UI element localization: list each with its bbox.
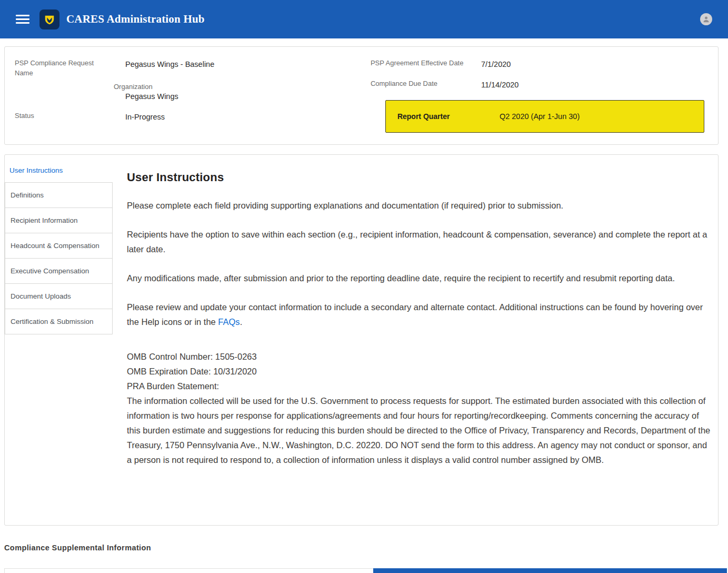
due-date-label: Compliance Due Date <box>371 79 481 90</box>
effective-date-field: PSP Agreement Effective Date 7/1/2020 <box>371 58 704 70</box>
app-logo-icon <box>39 9 59 29</box>
pra-burden-label: PRA Burden Statement: <box>127 379 711 393</box>
nav-item-executive-compensation[interactable]: Executive Compensation <box>5 258 113 284</box>
request-name-label: PSP Compliance Request Name <box>15 58 125 78</box>
hamburger-menu-icon[interactable] <box>16 13 29 26</box>
report-quarter-highlight: Report Quarter Q2 2020 (Apr 1-Jun 30) <box>385 100 704 133</box>
main-panel: User Instructions Definitions Recipient … <box>4 154 719 526</box>
compliance-summary-card: PSP Compliance Request Name Pegasus Wing… <box>4 46 719 145</box>
nav-item-user-instructions[interactable]: User Instructions <box>5 163 113 183</box>
status-value: In-Progress <box>125 111 165 122</box>
supplemental-section-title: Compliance Supplemental Information <box>4 544 728 552</box>
organization-value: Pegasus Wings <box>125 92 353 101</box>
omb-expiration-date: OMB Expiration Date: 10/31/2020 <box>127 364 711 379</box>
instruction-paragraph-1: Please complete each field providing sup… <box>127 198 711 213</box>
paragraph-text-before-link: Please review and update your contact in… <box>127 302 703 327</box>
omb-control-number: OMB Control Number: 1505-0263 <box>127 349 711 364</box>
instruction-paragraph-3: Any modifications made, after submission… <box>127 271 711 285</box>
section-nav: User Instructions Definitions Recipient … <box>5 163 113 334</box>
faqs-link[interactable]: FAQs <box>218 317 240 327</box>
organization-label: Organization <box>114 83 353 91</box>
nav-item-headcount-compensation[interactable]: Headcount & Compensation <box>5 233 113 259</box>
summary-right-column: PSP Agreement Effective Date 7/1/2020 Co… <box>353 58 704 133</box>
partial-section-header-bar <box>373 568 727 573</box>
request-name-field: PSP Compliance Request Name Pegasus Wing… <box>15 58 353 78</box>
effective-date-label: PSP Agreement Effective Date <box>371 58 481 70</box>
summary-left-column: PSP Compliance Request Name Pegasus Wing… <box>15 58 353 133</box>
report-quarter-label: Report Quarter <box>397 112 500 121</box>
pra-burden-text: The information collected will be used f… <box>127 393 711 467</box>
effective-date-value: 7/1/2020 <box>481 58 511 70</box>
nav-item-document-uploads[interactable]: Document Uploads <box>5 283 113 309</box>
nav-item-recipient-information[interactable]: Recipient Information <box>5 208 113 233</box>
status-field: Status In-Progress <box>15 111 353 122</box>
app-header: CARES Administration Hub <box>0 0 728 38</box>
nav-item-certification-submission[interactable]: Certification & Submission <box>5 309 113 334</box>
due-date-value: 11/14/2020 <box>481 79 519 90</box>
report-quarter-value: Q2 2020 (Apr 1-Jun 30) <box>500 112 580 121</box>
organization-field: Organization Pegasus Wings <box>114 83 353 101</box>
instructions-content: User Instructions Please complete each f… <box>127 171 711 467</box>
user-avatar-icon[interactable] <box>700 13 712 25</box>
request-name-value: Pegasus Wings - Baseline <box>125 58 214 78</box>
instruction-paragraph-4: Please review and update your contact in… <box>127 300 711 329</box>
paragraph-text-after-link: . <box>240 317 243 327</box>
partial-next-section <box>4 568 727 573</box>
omb-statement-block: OMB Control Number: 1505-0263 OMB Expira… <box>127 349 711 467</box>
due-date-field: Compliance Due Date 11/14/2020 <box>371 79 704 90</box>
app-title: CARES Administration Hub <box>66 13 205 26</box>
instruction-paragraph-2: Recipients have the option to save withi… <box>127 227 711 256</box>
nav-item-definitions[interactable]: Definitions <box>5 182 113 208</box>
content-title: User Instructions <box>127 171 711 184</box>
status-label: Status <box>15 111 125 122</box>
